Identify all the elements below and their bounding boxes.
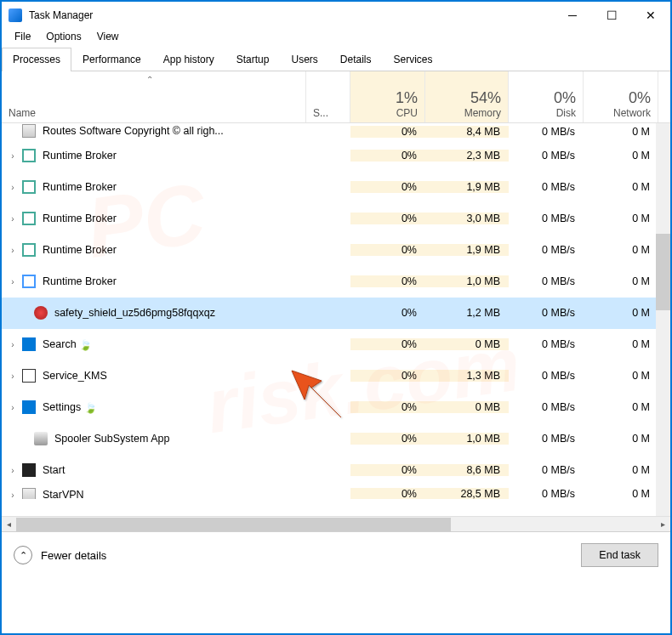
cell-cpu: 0% [350, 181, 425, 193]
process-icon [22, 463, 36, 477]
process-icon [22, 243, 36, 257]
leaf-icon: 🍃 [84, 402, 94, 412]
col-disk[interactable]: 0% Disk [509, 71, 584, 122]
cell-name: ›StarVPN [2, 488, 306, 500]
hscroll-thumb[interactable] [16, 518, 451, 531]
cell-name: ›Search 🍃 [2, 337, 306, 351]
cell-memory: 1,9 MB [425, 181, 509, 193]
maximize-button[interactable]: ☐ [592, 2, 631, 29]
table-row[interactable]: ›StarVPN 0%28,5 MB0 MB/s0 M [2, 486, 670, 500]
cell-name: safety_shield_uz5d6pmg58fqqxqz [2, 306, 306, 320]
expand-icon[interactable]: › [7, 490, 19, 500]
tab-processes[interactable]: Processes [2, 48, 71, 71]
cell-memory: 0 MB [425, 338, 509, 350]
table-row[interactable]: Routes Software Copyright © all righ... … [2, 123, 670, 140]
tab-details[interactable]: Details [329, 48, 383, 71]
expand-icon[interactable]: › [7, 340, 19, 349]
table-row[interactable]: ›Runtime Broker 0%2,3 MB0 MB/s0 M [2, 140, 670, 172]
cell-name: ›Runtime Broker [2, 149, 306, 162]
titlebar[interactable]: Task Manager ─ ☐ ✕ [2, 2, 670, 29]
cell-name: ›Service_KMS [2, 369, 306, 383]
fewer-details-button[interactable]: ⌃ Fewer details [14, 546, 106, 564]
cell-disk: 0 MB/s [509, 433, 584, 445]
cell-disk: 0 MB/s [509, 244, 584, 256]
tab-services[interactable]: Services [383, 48, 444, 71]
expand-icon[interactable]: › [7, 246, 19, 255]
tab-app-history[interactable]: App history [152, 48, 225, 71]
col-memory[interactable]: 54% Memory [425, 71, 509, 122]
menu-file[interactable]: File [7, 29, 38, 48]
col-name[interactable]: ⌃ Name [2, 71, 306, 122]
cell-disk: 0 MB/s [509, 464, 584, 476]
process-icon [22, 149, 36, 162]
footer: ⌃ Fewer details End task [2, 531, 670, 578]
col-cpu[interactable]: 1% CPU [350, 71, 425, 122]
table-row[interactable]: safety_shield_uz5d6pmg58fqqxqz 0%1,2 MB0… [2, 298, 670, 329]
cell-network: 0 M [584, 126, 658, 138]
table-header: ⌃ Name S... 1% CPU 54% Memory 0% Disk 0%… [2, 71, 670, 123]
cell-disk: 0 MB/s [509, 126, 584, 138]
menu-options[interactable]: Options [38, 29, 88, 48]
minimize-button[interactable]: ─ [553, 2, 592, 29]
table-row[interactable]: ›Search 🍃0%0 MB0 MB/s0 M [2, 329, 670, 360]
cell-network: 0 M [584, 150, 658, 162]
cell-cpu: 0% [350, 307, 425, 319]
end-task-button[interactable]: End task [581, 543, 658, 567]
menu-view[interactable]: View [89, 29, 127, 48]
horizontal-scrollbar[interactable]: ◂ ▸ [2, 516, 670, 531]
table-row[interactable]: ›Service_KMS 0%1,3 MB0 MB/s0 M [2, 360, 670, 392]
close-button[interactable]: ✕ [631, 2, 670, 29]
cell-cpu: 0% [350, 126, 425, 138]
cell-disk: 0 MB/s [509, 181, 584, 193]
expand-icon[interactable]: › [7, 403, 19, 412]
process-name: Routes Software Copyright © all righ... [43, 125, 224, 137]
cell-network: 0 M [584, 307, 658, 319]
col-status[interactable]: S... [306, 71, 350, 122]
window-controls: ─ ☐ ✕ [553, 2, 670, 29]
tab-users[interactable]: Users [280, 48, 328, 71]
table-row[interactable]: ›Runtime Broker 0%1,0 MB0 MB/s0 M [2, 266, 670, 298]
cell-disk: 0 MB/s [509, 150, 584, 162]
process-name: Spooler SubSystem App [54, 433, 170, 445]
expand-icon[interactable]: › [7, 371, 19, 381]
process-icon [22, 275, 36, 288]
expand-icon[interactable]: › [7, 277, 19, 286]
cell-network: 0 M [584, 401, 658, 413]
table-row[interactable]: ›Runtime Broker 0%3,0 MB0 MB/s0 M [2, 203, 670, 235]
process-icon [34, 432, 48, 445]
table-row[interactable]: ›Settings 🍃0%0 MB0 MB/s0 M [2, 392, 670, 423]
tab-performance[interactable]: Performance [71, 48, 152, 71]
tab-startup[interactable]: Startup [225, 48, 281, 71]
cell-memory: 1,3 MB [425, 370, 509, 382]
cell-name: Spooler SubSystem App [2, 432, 306, 445]
col-network[interactable]: 0% Network [584, 71, 658, 122]
cell-name: ›Settings 🍃 [2, 400, 306, 414]
expand-icon[interactable]: › [7, 466, 19, 475]
cell-network: 0 M [584, 275, 658, 287]
scrollbar-thumb[interactable] [656, 234, 670, 310]
cell-memory: 0 MB [425, 401, 509, 413]
process-name: safety_shield_uz5d6pmg58fqqxqz [54, 307, 215, 319]
cell-disk: 0 MB/s [509, 488, 584, 500]
vertical-scrollbar[interactable] [656, 123, 670, 516]
expand-icon[interactable]: › [7, 214, 19, 224]
expand-icon[interactable]: › [7, 183, 19, 192]
process-name: Start [43, 464, 65, 476]
cell-memory: 28,5 MB [425, 488, 509, 500]
cell-cpu: 0% [350, 213, 425, 224]
table-row[interactable]: Spooler SubSystem App 0%1,0 MB0 MB/s0 M [2, 423, 670, 455]
table-row[interactable]: ›Runtime Broker 0%1,9 MB0 MB/s0 M [2, 172, 670, 203]
cell-name: ›Runtime Broker [2, 212, 306, 225]
expand-icon[interactable]: › [7, 151, 19, 161]
scroll-left-button[interactable]: ◂ [2, 517, 16, 531]
cell-network: 0 M [584, 433, 658, 445]
process-name: Settings [43, 401, 81, 413]
cell-network: 0 M [584, 464, 658, 476]
process-name: Runtime Broker [43, 150, 117, 162]
table-row[interactable]: ›Start 0%8,6 MB0 MB/s0 M [2, 455, 670, 486]
scroll-right-button[interactable]: ▸ [656, 517, 670, 531]
cell-memory: 8,4 MB [425, 126, 509, 138]
table-row[interactable]: ›Runtime Broker 0%1,9 MB0 MB/s0 M [2, 235, 670, 266]
cell-cpu: 0% [350, 150, 425, 162]
cell-network: 0 M [584, 244, 658, 256]
